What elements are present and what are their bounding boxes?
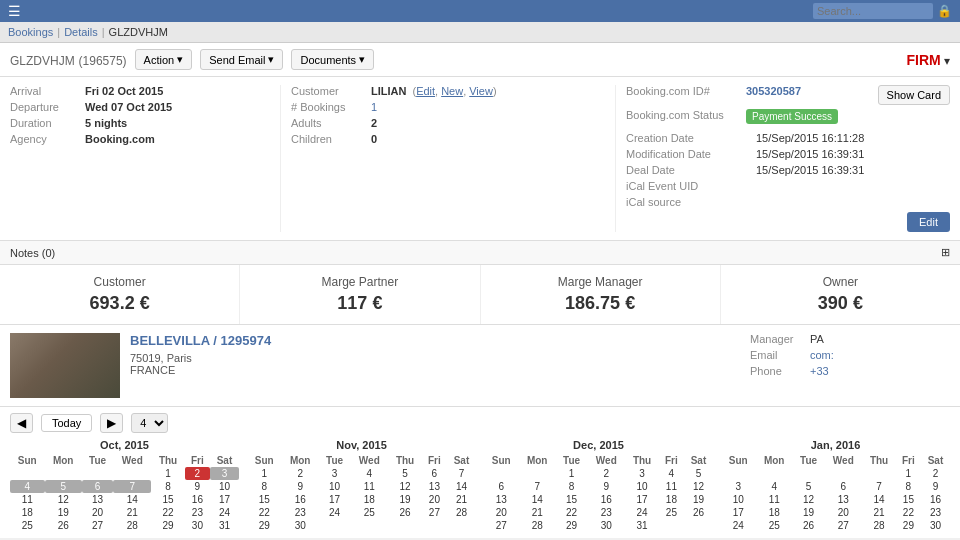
cal-day-cell[interactable]: 1 bbox=[896, 467, 921, 480]
cal-day-cell[interactable]: 20 bbox=[82, 506, 114, 519]
cal-day-cell[interactable]: 2 bbox=[587, 467, 625, 480]
cal-day-cell[interactable]: 7 bbox=[862, 480, 896, 493]
cal-day-cell[interactable] bbox=[447, 519, 476, 532]
cal-day-cell[interactable]: 18 bbox=[659, 493, 684, 506]
cal-day-cell[interactable]: 19 bbox=[684, 493, 713, 506]
calendar-count-select[interactable]: 4 3 2 1 bbox=[131, 413, 168, 433]
edit-customer-link[interactable]: Edit bbox=[416, 85, 435, 97]
cal-day-cell[interactable]: 5 bbox=[793, 480, 825, 493]
cal-day-cell[interactable]: 22 bbox=[247, 506, 282, 519]
cal-day-cell[interactable]: 21 bbox=[862, 506, 896, 519]
cal-day-cell[interactable] bbox=[484, 467, 519, 480]
cal-day-cell[interactable]: 29 bbox=[896, 519, 921, 532]
breadcrumb-bookings[interactable]: Bookings bbox=[8, 26, 53, 38]
cal-day-cell[interactable]: 15 bbox=[896, 493, 921, 506]
cal-day-cell[interactable]: 7 bbox=[113, 480, 151, 493]
cal-day-cell[interactable] bbox=[45, 467, 82, 480]
phone-value[interactable]: +33 bbox=[810, 365, 829, 377]
cal-day-cell[interactable]: 5 bbox=[388, 467, 422, 480]
cal-day-cell[interactable]: 14 bbox=[519, 493, 556, 506]
cal-day-cell[interactable]: 3 bbox=[210, 467, 239, 480]
cal-day-cell[interactable]: 1 bbox=[151, 467, 185, 480]
cal-day-cell[interactable]: 8 bbox=[247, 480, 282, 493]
cal-day-cell[interactable]: 5 bbox=[45, 480, 82, 493]
cal-day-cell[interactable] bbox=[721, 467, 756, 480]
cal-day-cell[interactable]: 6 bbox=[824, 480, 862, 493]
cal-day-cell[interactable]: 11 bbox=[756, 493, 793, 506]
cal-day-cell[interactable]: 13 bbox=[824, 493, 862, 506]
cal-day-cell[interactable]: 30 bbox=[185, 519, 210, 532]
cal-day-cell[interactable]: 26 bbox=[45, 519, 82, 532]
breadcrumb-details[interactable]: Details bbox=[64, 26, 98, 38]
cal-day-cell[interactable]: 30 bbox=[587, 519, 625, 532]
cal-day-cell[interactable]: 17 bbox=[625, 493, 659, 506]
cal-day-cell[interactable]: 9 bbox=[282, 480, 319, 493]
cal-day-cell[interactable]: 23 bbox=[185, 506, 210, 519]
cal-day-cell[interactable]: 3 bbox=[721, 480, 756, 493]
cal-day-cell[interactable] bbox=[10, 467, 45, 480]
cal-day-cell[interactable]: 29 bbox=[247, 519, 282, 532]
cal-day-cell[interactable]: 25 bbox=[350, 506, 388, 519]
cal-day-cell[interactable]: 18 bbox=[350, 493, 388, 506]
cal-day-cell[interactable]: 23 bbox=[282, 506, 319, 519]
cal-day-cell[interactable]: 14 bbox=[447, 480, 476, 493]
cal-day-cell[interactable] bbox=[684, 519, 713, 532]
cal-day-cell[interactable]: 3 bbox=[319, 467, 351, 480]
cal-day-cell[interactable] bbox=[422, 519, 447, 532]
cal-day-cell[interactable] bbox=[756, 467, 793, 480]
cal-day-cell[interactable]: 24 bbox=[319, 506, 351, 519]
cal-day-cell[interactable]: 16 bbox=[185, 493, 210, 506]
cal-day-cell[interactable]: 2 bbox=[282, 467, 319, 480]
cal-day-cell[interactable]: 12 bbox=[388, 480, 422, 493]
cal-day-cell[interactable]: 9 bbox=[921, 480, 950, 493]
cal-day-cell[interactable]: 20 bbox=[824, 506, 862, 519]
cal-day-cell[interactable]: 20 bbox=[484, 506, 519, 519]
calendar-today-button[interactable]: Today bbox=[41, 414, 92, 432]
cal-day-cell[interactable]: 20 bbox=[422, 493, 447, 506]
cal-day-cell[interactable]: 16 bbox=[282, 493, 319, 506]
cal-day-cell[interactable]: 8 bbox=[896, 480, 921, 493]
cal-day-cell[interactable]: 9 bbox=[185, 480, 210, 493]
cal-day-cell[interactable]: 18 bbox=[10, 506, 45, 519]
cal-day-cell[interactable]: 4 bbox=[659, 467, 684, 480]
cal-day-cell[interactable]: 3 bbox=[625, 467, 659, 480]
cal-day-cell[interactable]: 28 bbox=[113, 519, 151, 532]
cal-day-cell[interactable]: 6 bbox=[82, 480, 114, 493]
cal-day-cell[interactable]: 7 bbox=[447, 467, 476, 480]
cal-day-cell[interactable]: 10 bbox=[625, 480, 659, 493]
cal-day-cell[interactable]: 10 bbox=[319, 480, 351, 493]
cal-day-cell[interactable] bbox=[519, 467, 556, 480]
cal-day-cell[interactable]: 25 bbox=[10, 519, 45, 532]
cal-day-cell[interactable]: 2 bbox=[185, 467, 210, 480]
property-name[interactable]: BELLEVILLA / 1295974 bbox=[130, 333, 750, 348]
documents-button[interactable]: Documents ▾ bbox=[291, 49, 374, 70]
cal-day-cell[interactable]: 11 bbox=[10, 493, 45, 506]
cal-day-cell[interactable] bbox=[793, 467, 825, 480]
cal-day-cell[interactable]: 17 bbox=[319, 493, 351, 506]
cal-day-cell[interactable]: 16 bbox=[587, 493, 625, 506]
view-customer-link[interactable]: View bbox=[469, 85, 493, 97]
cal-day-cell[interactable]: 7 bbox=[519, 480, 556, 493]
cal-day-cell[interactable] bbox=[319, 519, 351, 532]
cal-day-cell[interactable]: 21 bbox=[519, 506, 556, 519]
cal-day-cell[interactable]: 23 bbox=[921, 506, 950, 519]
cal-day-cell[interactable] bbox=[350, 519, 388, 532]
cal-day-cell[interactable] bbox=[659, 519, 684, 532]
cal-day-cell[interactable]: 1 bbox=[556, 467, 588, 480]
cal-day-cell[interactable]: 18 bbox=[756, 506, 793, 519]
cal-day-cell[interactable]: 10 bbox=[721, 493, 756, 506]
cal-day-cell[interactable]: 15 bbox=[556, 493, 588, 506]
cal-day-cell[interactable]: 24 bbox=[210, 506, 239, 519]
cal-day-cell[interactable]: 4 bbox=[756, 480, 793, 493]
cal-day-cell[interactable]: 4 bbox=[10, 480, 45, 493]
cal-day-cell[interactable]: 1 bbox=[247, 467, 282, 480]
cal-day-cell[interactable]: 31 bbox=[210, 519, 239, 532]
cal-day-cell[interactable]: 8 bbox=[556, 480, 588, 493]
show-card-button[interactable]: Show Card bbox=[878, 85, 950, 105]
cal-day-cell[interactable]: 15 bbox=[151, 493, 185, 506]
global-search-input[interactable] bbox=[813, 3, 933, 19]
cal-day-cell[interactable]: 23 bbox=[587, 506, 625, 519]
cal-day-cell[interactable]: 11 bbox=[350, 480, 388, 493]
cal-day-cell[interactable]: 12 bbox=[793, 493, 825, 506]
cal-day-cell[interactable]: 28 bbox=[447, 506, 476, 519]
